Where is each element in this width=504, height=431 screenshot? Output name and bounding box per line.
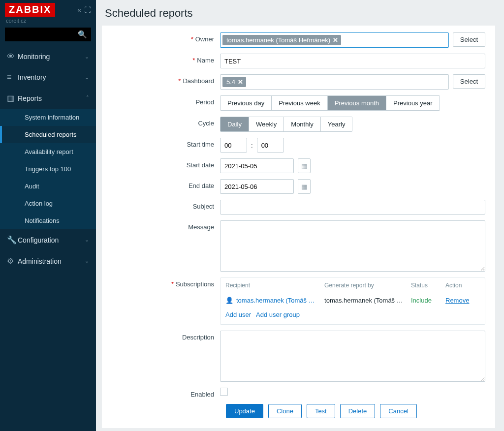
message-textarea[interactable] [220,220,485,272]
recipient-link[interactable]: tomas.hermanek (Tomáš … [236,297,315,304]
label-start-date: Start date [112,158,220,169]
add-user-link[interactable]: Add user [225,311,251,318]
search-wrapper: 🔍 [5,28,91,41]
description-textarea[interactable] [220,331,485,382]
subscription-row: 👤 tomas.hermanek (Tomáš … tomas.hermanek… [220,293,485,308]
cancel-button[interactable]: Cancel [380,404,416,418]
col-status: Status [411,282,445,289]
nav-label: Administration [18,257,62,265]
nav-inventory[interactable]: ≡ Inventory ⌄ [0,67,96,88]
end-date-input[interactable] [220,179,294,194]
label-dashboard: *Dashboard [112,74,220,85]
label-subscriptions: *Subscriptions [112,277,220,288]
cycle-monthly[interactable]: Monthly [284,117,321,131]
name-input[interactable] [220,54,485,68]
user-icon: 👤 [225,297,233,304]
chevron-down-icon: ⌄ [85,54,89,60]
start-time-hours[interactable] [220,138,247,153]
cycle-daily[interactable]: Daily [220,117,249,131]
period-segmented: Previous day Previous week Previous mont… [220,95,440,111]
owner-multiselect[interactable]: tomas.hermanek (Tomáš Heřmánek) ✕ [220,32,449,48]
label-subject: Subject [112,200,220,210]
nav-label: Monitoring [18,53,50,61]
chevron-up-icon: ˄ [86,95,89,101]
search-icon[interactable]: 🔍 [78,30,87,39]
form-card: *Owner tomas.hermanek (Tomáš Heřmánek) ✕… [102,26,495,428]
wrench-icon: 🔧 [7,235,18,245]
nav-label: Configuration [18,236,59,244]
col-generate: Generate report by [324,282,411,289]
enabled-checkbox[interactable] [220,388,228,396]
generate-by: tomas.hermanek (Tomáš … [324,297,411,304]
nav-reports-submenu: System information Scheduled reports Ava… [0,109,96,229]
nav-reports[interactable]: ▥ Reports ˄ [0,88,96,109]
cycle-segmented: Daily Weekly Monthly Yearly [220,117,352,132]
sub-audit[interactable]: Audit [0,178,96,195]
col-recipient: Recipient [225,282,324,289]
delete-button[interactable]: Delete [340,404,376,418]
label-description: Description [112,331,220,341]
list-icon: ≡ [7,73,18,82]
period-prev-month[interactable]: Previous month [328,96,386,110]
collapse-icon[interactable]: « [77,6,81,14]
test-button[interactable]: Test [307,404,335,418]
nav-label: Reports [18,94,42,102]
label-name: *Name [112,54,220,64]
period-prev-week[interactable]: Previous week [272,96,328,110]
page-title: Scheduled reports [96,0,504,26]
remove-icon[interactable]: ✕ [333,36,338,44]
owner-tag: tomas.hermanek (Tomáš Heřmánek) ✕ [222,35,341,45]
label-enabled: Enabled [112,388,220,398]
label-message: Message [112,220,220,231]
period-prev-year[interactable]: Previous year [386,96,439,110]
sub-scheduled-reports[interactable]: Scheduled reports [0,126,96,143]
label-start-time: Start time [112,138,220,148]
sub-availability-report[interactable]: Availability report [0,143,96,160]
brand-logo[interactable]: ZABBIX [5,3,55,17]
label-end-date: End date [112,179,220,189]
start-time-minutes[interactable] [257,138,284,153]
remove-link[interactable]: Remove [445,297,469,304]
gear-icon: ⚙ [7,256,18,266]
chevron-down-icon: ⌄ [85,258,89,264]
owner-select-button[interactable]: Select [453,32,485,47]
calendar-icon[interactable]: ▦ [298,179,311,194]
eye-icon: 👁 [7,52,18,61]
col-action: Action [445,282,480,289]
dashboard-multiselect[interactable]: 5.4 ✕ [220,74,449,90]
remove-icon[interactable]: ✕ [238,78,243,86]
nav-monitoring[interactable]: 👁 Monitoring ⌄ [0,46,96,67]
clone-button[interactable]: Clone [268,404,302,418]
cycle-weekly[interactable]: Weekly [249,117,284,131]
add-user-group-link[interactable]: Add user group [256,311,300,318]
update-button[interactable]: Update [226,404,263,418]
bar-chart-icon: ▥ [7,93,18,103]
time-separator: : [251,142,253,149]
chevron-down-icon: ⌄ [85,237,89,243]
period-prev-day[interactable]: Previous day [220,96,272,110]
label-cycle: Cycle [112,117,220,127]
kiosk-icon[interactable]: ⛶ [84,6,91,14]
nav-configuration[interactable]: 🔧 Configuration ⌄ [0,229,96,250]
cycle-yearly[interactable]: Yearly [321,117,352,131]
dashboard-select-button[interactable]: Select [453,74,485,89]
label-owner: *Owner [112,32,220,43]
calendar-icon[interactable]: ▦ [298,158,311,173]
status-toggle[interactable]: Include [411,297,432,304]
main-content: Scheduled reports *Owner tomas.hermanek … [96,0,504,431]
sub-action-log[interactable]: Action log [0,195,96,212]
sub-system-information[interactable]: System information [0,109,96,126]
sub-triggers-top-100[interactable]: Triggers top 100 [0,160,96,178]
sidebar: ZABBIX « ⛶ coreit.cz 🔍 👁 Monitoring ⌄ ≡ … [0,0,96,431]
nav-administration[interactable]: ⚙ Administration ⌄ [0,250,96,272]
main-nav: 👁 Monitoring ⌄ ≡ Inventory ⌄ ▥ Reports ˄… [0,46,96,431]
label-period: Period [112,95,220,106]
nav-label: Inventory [18,73,46,81]
subscriptions-table: Recipient Generate report by Status Acti… [220,277,485,325]
dashboard-tag: 5.4 ✕ [222,77,246,87]
subject-input[interactable] [220,200,485,215]
chevron-down-icon: ⌄ [85,74,89,81]
host-label: coreit.cz [0,18,96,28]
start-date-input[interactable] [220,158,294,173]
sub-notifications[interactable]: Notifications [0,212,96,229]
